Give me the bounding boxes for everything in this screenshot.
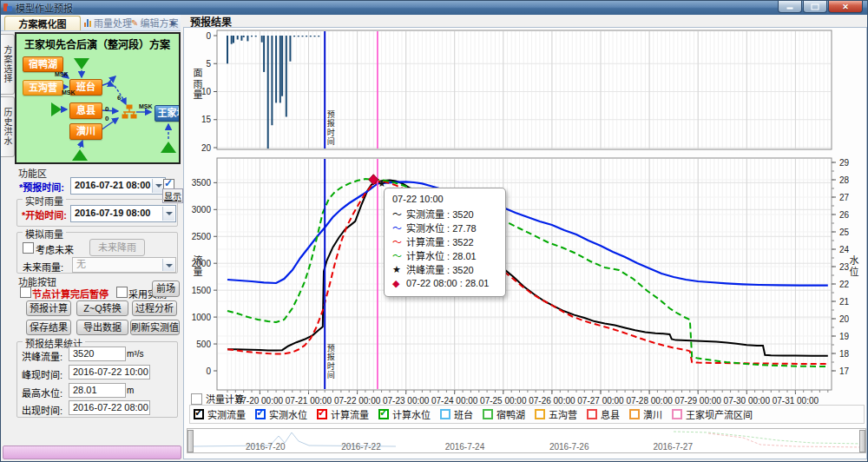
node-wangjiaba[interactable]: 王家坝 — [155, 105, 181, 122]
rain-input-triangle — [51, 102, 62, 116]
svg-text:预: 预 — [327, 110, 335, 119]
front-field-button[interactable]: 前场 — [152, 280, 180, 297]
chevron-down-icon[interactable] — [162, 207, 174, 221]
rain-input-triangle — [72, 149, 88, 161]
node-huangchuan[interactable]: 潢川 — [69, 123, 102, 140]
legend-checkbox[interactable]: ✓ — [378, 409, 389, 419]
timeline-date-label: 2016-7-27 — [653, 442, 693, 452]
save-result-button[interactable]: 保存结果 — [26, 320, 71, 335]
level-tick-label: 24 — [839, 245, 850, 254]
edge-label-0: 0 — [105, 115, 108, 122]
legend-item[interactable]: 王家坝产流区间 — [672, 407, 753, 421]
legend-checkbox[interactable] — [483, 409, 493, 419]
future-rain-combo[interactable]: 无 — [72, 257, 176, 273]
rain-tick-label: 0 — [206, 31, 211, 41]
legend-checkbox[interactable]: ✓ — [317, 409, 327, 419]
pause-checkbox[interactable] — [20, 287, 31, 298]
legend-checkbox[interactable]: ✓ — [194, 409, 204, 419]
minimize-button[interactable] — [778, 1, 802, 13]
level-tick-label: 26 — [839, 210, 850, 220]
svg-text:量: 量 — [194, 89, 203, 100]
checkbox-icon[interactable] — [191, 393, 202, 405]
diamond-icon: ◆ — [392, 278, 406, 289]
flow-tick-label: 3500 — [192, 178, 212, 188]
legend-item[interactable]: ✓计算流量 — [317, 407, 369, 421]
app-window: 模型作业预报 方案概化图 雨量处理 ✎编辑方案 ▶ 方案选择 历史洪水 王家坝先… — [0, 0, 868, 462]
level-tick-label: 22 — [839, 280, 850, 289]
legend-checkbox[interactable] — [535, 409, 545, 419]
rain-tick-label: 5 — [206, 59, 211, 69]
legend-item[interactable]: ✓实测流量 — [194, 407, 246, 421]
legend-item[interactable]: 班台 — [440, 407, 473, 421]
sidetab-history-flood[interactable]: 历史洪水 — [1, 96, 15, 157]
level-tick-label: 25 — [839, 228, 850, 237]
window-title: 模型作业预报 — [16, 1, 73, 15]
rain-tick-label: 20 — [201, 143, 212, 153]
flow-tick-label: 500 — [196, 340, 211, 349]
legend-item[interactable]: 宿鸭湖 — [483, 407, 525, 421]
node-xixian[interactable]: 息县 — [69, 102, 102, 119]
main-chart-frame — [217, 158, 832, 390]
rain-tick-label: 15 — [201, 115, 212, 124]
pencil-icon: ✎ — [131, 18, 138, 28]
tooltip-row: ★洪峰流量 : 3520 — [392, 262, 498, 276]
flood-volume-checkbox[interactable]: 洪量计算 — [191, 392, 244, 406]
future-rain-button[interactable]: 未来降雨 — [89, 239, 145, 256]
flow-tick-label: 3000 — [192, 205, 212, 214]
tab-scheme-diagram[interactable]: 方案概化图 — [4, 16, 81, 30]
start-time-label: *开始时间: — [22, 208, 67, 221]
tooltip-row: 〜计算流量 : 3522 — [392, 234, 498, 248]
legend-item[interactable]: 五沟营 — [535, 407, 577, 421]
legend-checkbox[interactable] — [672, 409, 682, 419]
legend-checkbox[interactable]: ✓ — [255, 409, 266, 419]
scheme-diagram[interactable]: 王家坝先合后演（整河段）方案 — [15, 32, 181, 164]
forecast-chart[interactable]: 07-20 00:0007-21 00:0007-22 00:0007-23 0… — [184, 28, 866, 459]
svg-text:量: 量 — [194, 267, 203, 277]
tab-rain-processing[interactable]: 雨量处理 — [84, 16, 132, 30]
timeline-range-selector[interactable]: 2016-7-202016-7-222016-7-242016-7-262016… — [187, 428, 866, 453]
timeline-date-label: 2016-7-22 — [341, 442, 381, 452]
legend-checkbox[interactable] — [440, 409, 450, 419]
peak-flow-star-marker: ★ — [378, 178, 386, 188]
toolbar-overflow-icon[interactable]: ▶ — [171, 19, 176, 27]
flow-tick-label: 2500 — [192, 232, 212, 241]
forecast-calc-button[interactable]: 预报计算 — [26, 300, 71, 316]
level-tick-label: 21 — [839, 297, 850, 307]
zq-convert-button[interactable]: Z~Q转换 — [76, 300, 128, 316]
future-rain-label: 未来雨量: — [23, 260, 63, 274]
use-observed-checkbox[interactable] — [116, 287, 128, 298]
svg-text:时: 时 — [327, 128, 335, 137]
timeline-handle-left[interactable] — [187, 430, 194, 452]
close-button[interactable] — [828, 1, 863, 13]
export-data-button[interactable]: 导出数据 — [76, 320, 128, 335]
sidetab-plan-select[interactable]: 方案选择 — [1, 34, 15, 95]
forecast-chart-panel: 07-20 00:0007-21 00:0007-22 00:0007-23 0… — [183, 27, 867, 459]
status-bar — [3, 446, 181, 459]
start-time-combo[interactable]: 2016-07-19 08:00 — [70, 205, 176, 222]
occur-time-value: 2016-07-22 08:00 — [69, 400, 150, 415]
flow-tick-label: 1500 — [192, 286, 212, 295]
process-analysis-button[interactable]: 过程分析 — [132, 300, 177, 316]
legend-item[interactable]: 潢川 — [629, 407, 662, 421]
flow-tick-label: 1000 — [192, 313, 212, 322]
timeline-mini-chart — [187, 429, 864, 451]
toolbar-tab-strip: 方案概化图 雨量处理 ✎编辑方案 ▶ — [1, 15, 181, 31]
node-suyahu[interactable]: 宿鸭湖 — [23, 56, 63, 72]
timeline-handle-right[interactable] — [859, 430, 865, 452]
legend-item[interactable]: ✓实测水位 — [255, 407, 307, 421]
svg-text:面: 面 — [194, 68, 203, 78]
peak-time-value: 2016-07-22 10:00 — [69, 365, 150, 380]
legend-checkbox[interactable] — [587, 409, 597, 419]
rain-input-triangle — [74, 58, 89, 69]
legend-checkbox[interactable] — [629, 409, 640, 419]
refresh-observed-button[interactable]: 刷新实测值 — [130, 320, 180, 335]
maximize-button[interactable] — [803, 1, 827, 13]
consider-future-checkbox[interactable] — [23, 242, 34, 254]
wave-icon: 〜 — [392, 234, 406, 248]
star-icon: ★ — [392, 264, 406, 275]
legend-item[interactable]: 息县 — [587, 407, 620, 421]
forecast-time-combo[interactable]: 2016-07-21 08:00 — [70, 177, 166, 195]
legend-item[interactable]: ✓计算水位 — [378, 407, 431, 421]
node-wugouying[interactable]: 五沟营 — [23, 80, 63, 96]
occur-time-label: 出现时间: — [22, 403, 62, 417]
